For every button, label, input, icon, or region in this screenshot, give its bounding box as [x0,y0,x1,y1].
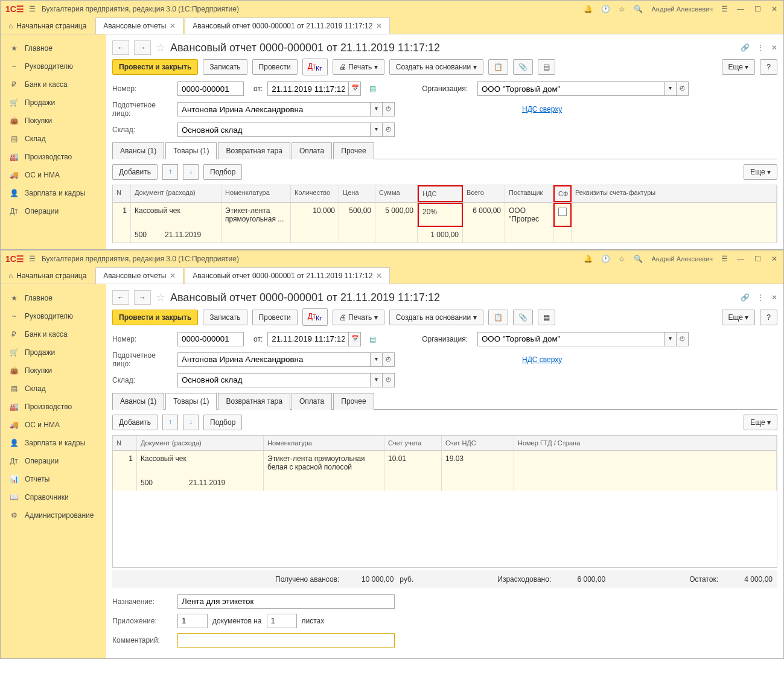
sidebar-item-main[interactable]: ★Главное [1,289,106,307]
more-button[interactable]: Еще ▾ [722,310,756,325]
sidebar-item-warehouse[interactable]: ▤Склад [1,380,106,398]
sidebar-item-operations[interactable]: ДтОперации [1,202,106,220]
sub-more-button[interactable]: Еще ▾ [744,164,777,180]
sidebar-item-bank[interactable]: ₽Банк и касса [1,75,106,94]
open-button[interactable]: ◴ [383,123,395,137]
settings-icon[interactable]: ☰ [721,5,728,13]
link-icon[interactable]: 🔗 [741,293,750,302]
dropdown-button[interactable]: ▾ [371,123,383,137]
add-button[interactable]: Добавить [112,164,158,180]
open-button[interactable]: ◴ [677,332,689,346]
col-price[interactable]: Цена [339,185,375,202]
nds-link[interactable]: НДС сверху [522,355,562,364]
tab-report-doc[interactable]: Авансовый отчет 0000-000001 от 21.11.201… [185,18,390,34]
sidebar-item-purchases[interactable]: 👜Покупки [1,361,106,380]
bell-icon[interactable]: 🔔 [584,5,593,13]
col-sf-details[interactable]: Реквизиты счета-фактуры [572,185,777,202]
open-button[interactable]: ◴ [677,81,689,96]
tab-advances[interactable]: Авансы (1) [112,393,164,410]
copy-button[interactable]: 📋 [488,310,508,325]
col-doc[interactable]: Документ (расхода) [137,436,264,450]
favorite-icon[interactable]: ☆ [156,291,165,304]
sf-checkbox[interactable] [558,208,567,216]
move-down-button[interactable]: ↓ [183,164,199,180]
user-name[interactable]: Андрей Алексеевич [651,5,713,13]
help-button[interactable]: ? [760,59,777,75]
create-based-button[interactable]: Создать на основании ▾ [389,310,483,325]
attach-docs-input[interactable] [177,614,208,628]
close-icon[interactable]: ✕ [376,272,382,280]
tab-return-tare[interactable]: Возвратная тара [218,393,290,410]
nav-back-button[interactable]: ← [112,40,129,55]
tab-payment[interactable]: Оплата [292,393,332,410]
maximize-button[interactable]: ☐ [753,255,762,263]
link-icon[interactable]: 🔗 [741,43,750,52]
comment-input[interactable] [177,633,395,648]
number-input[interactable] [177,81,244,96]
minimize-button[interactable]: — [736,5,745,13]
dropdown-button[interactable]: ▾ [664,332,677,346]
tab-return-tare[interactable]: Возвратная тара [218,142,290,159]
purpose-input[interactable] [177,594,395,609]
date-input[interactable] [267,81,349,96]
org-input[interactable] [477,81,664,96]
close-icon[interactable]: ✕ [170,272,176,280]
settings-icon[interactable]: ☰ [721,255,728,263]
list-button[interactable]: ▤ [538,59,555,75]
sidebar-item-purchases[interactable]: 👜Покупки [1,112,106,130]
post-and-close-button[interactable]: Провести и закрыть [112,310,198,325]
list-button[interactable]: ▤ [538,310,555,325]
close-button[interactable]: ✕ [770,255,779,263]
minimize-button[interactable]: — [736,255,745,263]
add-button[interactable]: Добавить [112,415,158,430]
history-icon[interactable]: 🕐 [601,255,610,263]
close-button[interactable]: ✕ [770,5,779,13]
open-button[interactable]: ◴ [383,373,395,387]
post-button[interactable]: Провести [252,310,298,325]
sidebar-item-salary[interactable]: 👤Зарплата и кадры [1,434,106,452]
col-nds-acct[interactable]: Счет НДС [442,436,514,450]
move-up-button[interactable]: ↑ [162,415,178,430]
sidebar-item-sales[interactable]: 🛒Продажи [1,343,106,361]
tab-other[interactable]: Прочее [333,142,374,159]
open-button[interactable]: ◴ [383,352,395,367]
more-icon[interactable]: ⋮ [757,293,764,302]
col-n[interactable]: N [113,185,131,202]
sidebar-item-reports[interactable]: 📊Отчеты [1,470,106,488]
tab-reports-list[interactable]: Авансовые отчеты ✕ [95,18,183,34]
print-button[interactable]: 🖨 Печать ▾ [333,59,384,75]
date-input[interactable] [267,332,349,346]
select-button[interactable]: Подбор [203,415,242,430]
col-qty[interactable]: Количество [291,185,339,202]
nds-link[interactable]: НДС сверху [522,105,562,113]
bell-icon[interactable]: 🔔 [584,255,593,263]
close-icon[interactable]: ✕ [376,22,382,30]
col-nom[interactable]: Номенклатура [221,185,291,202]
col-n[interactable]: N [113,436,137,450]
dropdown-button[interactable]: ▾ [371,102,383,116]
table-row[interactable]: 1 Кассовый чек Этикет-лента прямоугольна… [113,203,777,227]
favorite-icon[interactable]: ☆ [156,41,165,54]
help-button[interactable]: ? [760,310,777,325]
more-button[interactable]: Еще ▾ [722,59,756,75]
post-button[interactable]: Провести [252,59,298,75]
warehouse-input[interactable] [177,373,371,387]
cell-sf[interactable] [553,203,572,227]
close-doc-button[interactable]: ✕ [771,293,777,302]
menu-icon[interactable]: ☰ [29,5,36,13]
search-icon[interactable]: 🔍 [634,5,643,13]
create-based-button[interactable]: Создать на основании ▾ [389,59,483,75]
tab-other[interactable]: Прочее [333,393,374,410]
col-nom[interactable]: Номенклатура [264,436,384,450]
sidebar-item-operations[interactable]: ДтОперации [1,452,106,470]
tab-reports-list[interactable]: Авансовые отчеты ✕ [95,267,183,284]
sidebar-item-catalogs[interactable]: 📖Справочники [1,488,106,506]
warehouse-input[interactable] [177,123,371,137]
col-sum[interactable]: Сумма [375,185,418,202]
maximize-button[interactable]: ☐ [753,5,762,13]
tab-goods[interactable]: Товары (1) [165,393,217,410]
sidebar-item-production[interactable]: 🏭Производство [1,148,106,166]
sidebar-item-manager[interactable]: ~Руководителю [1,307,106,325]
history-icon[interactable]: 🕐 [601,5,610,13]
tab-report-doc[interactable]: Авансовый отчет 0000-000001 от 21.11.201… [185,267,390,284]
